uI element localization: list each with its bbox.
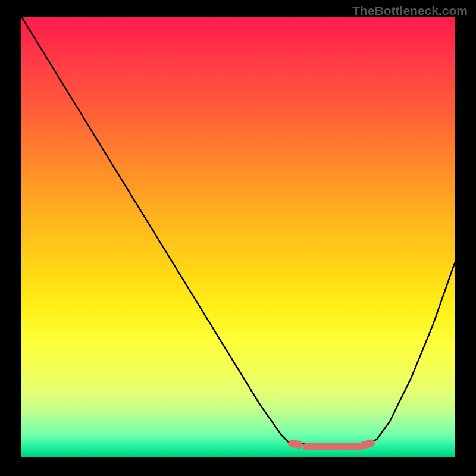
optimal-range-marker — [359, 439, 376, 450]
chart-gradient-area — [21, 17, 455, 457]
bottleneck-curve — [21, 17, 455, 457]
watermark-text: TheBottleneck.com — [352, 4, 468, 18]
optimal-range-marker — [287, 439, 303, 449]
optimal-range-marker — [303, 443, 364, 450]
